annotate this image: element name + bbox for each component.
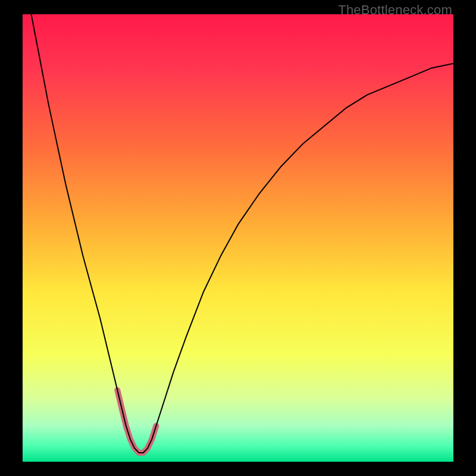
chart-frame: TheBottleneck.com <box>0 0 476 476</box>
watermark: TheBottleneck.com <box>338 2 452 18</box>
chart-curves <box>23 14 453 462</box>
bottleneck-curve <box>23 14 453 453</box>
plot-area <box>23 14 453 462</box>
